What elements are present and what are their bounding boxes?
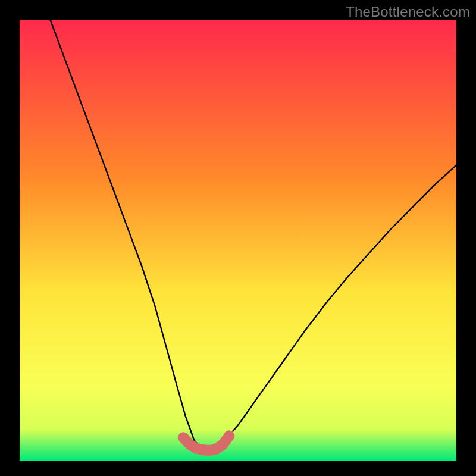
optimal-range-end-dot [224,431,234,441]
optimal-range-start-dot [178,433,189,443]
chart-stage: { "watermark": "TheBottleneck.com", "col… [0,0,476,476]
bottleneck-chart [0,0,476,476]
watermark-text: TheBottleneck.com [346,4,470,20]
gradient-panel [20,20,456,461]
